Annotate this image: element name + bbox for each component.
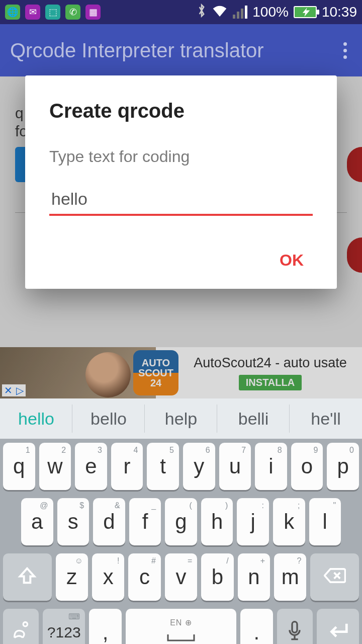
key-m[interactable]: ?m xyxy=(274,553,306,601)
key-z[interactable]: ☺z xyxy=(56,553,88,601)
key-row-1: 1q2w3e4r5t6y7u8i9o0p xyxy=(0,439,362,494)
ad-app-logo: AUTO SCOUT 24 xyxy=(133,350,178,395)
app-bar: Qrcode Interpreter translator xyxy=(0,24,362,76)
key-e[interactable]: 3e xyxy=(75,443,107,490)
suggestion-5[interactable]: he'll xyxy=(290,398,362,439)
key-i[interactable]: 8i xyxy=(255,443,287,490)
backspace-icon xyxy=(324,567,346,588)
svg-point-0 xyxy=(23,622,27,626)
key-x[interactable]: !x xyxy=(92,553,124,601)
key-q[interactable]: 1q xyxy=(3,443,35,490)
swipe-settings-key[interactable] xyxy=(3,609,39,644)
shift-key[interactable] xyxy=(3,553,52,601)
notif-icon-2: ✉ xyxy=(25,5,40,20)
notif-icon-5: ▦ xyxy=(85,5,101,20)
ok-button[interactable]: OK xyxy=(270,246,313,275)
signal-icon xyxy=(233,6,247,19)
key-c[interactable]: #c xyxy=(128,553,160,601)
comma-key[interactable]: , xyxy=(89,609,122,644)
key-y[interactable]: 6y xyxy=(183,443,215,490)
key-b[interactable]: /b xyxy=(201,553,233,601)
notif-icon-4: ✆ xyxy=(65,5,80,20)
battery-icon xyxy=(294,6,317,18)
overflow-menu-button[interactable] xyxy=(338,37,352,64)
key-a[interactable]: @a xyxy=(21,498,53,545)
key-u[interactable]: 7u xyxy=(219,443,251,490)
key-r[interactable]: 4r xyxy=(111,443,143,490)
numeric-key[interactable]: ⌨ ?123 xyxy=(43,609,85,644)
key-o[interactable]: 9o xyxy=(291,443,323,490)
key-row-2: @a$s&d_f(g)h:j;k"l xyxy=(0,494,362,549)
key-j[interactable]: :j xyxy=(237,498,269,545)
shift-icon xyxy=(18,566,37,589)
ad-title: AutoScout24 - auto usate xyxy=(194,355,347,371)
notif-icon-3: ⬚ xyxy=(45,5,60,20)
swipe-icon xyxy=(11,621,31,645)
dialog-title: Create qrcode xyxy=(49,100,313,122)
enter-key[interactable] xyxy=(317,609,359,644)
backspace-key[interactable] xyxy=(310,553,359,601)
clock: 10:39 xyxy=(322,4,357,20)
key-l[interactable]: "l xyxy=(309,498,341,545)
ad-choices-icon[interactable]: ▷ xyxy=(14,384,26,396)
key-n[interactable]: +n xyxy=(238,553,270,601)
notif-icon-1: 🌐 xyxy=(5,5,20,20)
key-row-4: ⌨ ?123 , EN ⊕ . xyxy=(0,605,362,644)
qrcode-text-input[interactable] xyxy=(49,186,313,216)
ad-install-button[interactable]: INSTALLA xyxy=(239,375,302,390)
suggestion-3[interactable]: help xyxy=(145,398,217,439)
key-row-3: ☺z!x#c=v/b+n?m xyxy=(0,549,362,605)
ad-banner[interactable]: ✕ ▷ AUTO SCOUT 24 AutoScout24 - auto usa… xyxy=(0,347,362,398)
battery-pct: 100% xyxy=(252,4,289,20)
dialog-label: Type text for coding xyxy=(49,147,313,166)
ad-close-icon[interactable]: ✕ xyxy=(2,384,15,396)
voice-input-key[interactable] xyxy=(277,609,313,644)
bluetooth-icon xyxy=(197,4,207,21)
status-notification-icons: 🌐 ✉ ⬚ ✆ ▦ xyxy=(5,5,101,20)
enter-icon xyxy=(327,622,349,643)
key-v[interactable]: =v xyxy=(165,553,197,601)
soft-keyboard: hello bello help belli he'll 1q2w3e4r5t6… xyxy=(0,398,362,644)
key-d[interactable]: &d xyxy=(93,498,125,545)
key-h[interactable]: )h xyxy=(201,498,233,545)
period-key[interactable]: . xyxy=(240,609,273,644)
key-g[interactable]: (g xyxy=(165,498,197,545)
wifi-icon xyxy=(212,4,228,21)
status-bar: 🌐 ✉ ⬚ ✆ ▦ 100% 10:39 xyxy=(0,0,362,24)
background-fab-1 xyxy=(347,147,362,182)
suggestion-bar: hello bello help belli he'll xyxy=(0,398,362,439)
key-t[interactable]: 5t xyxy=(147,443,179,490)
suggestion-4[interactable]: belli xyxy=(217,398,290,439)
svg-rect-1 xyxy=(292,621,297,632)
key-f[interactable]: _f xyxy=(129,498,161,545)
suggestion-2[interactable]: bello xyxy=(72,398,145,439)
space-key[interactable]: EN ⊕ xyxy=(126,609,236,644)
ad-image: ✕ ▷ xyxy=(0,347,156,398)
key-s[interactable]: $s xyxy=(57,498,89,545)
create-qrcode-dialog: Create qrcode Type text for coding OK xyxy=(25,75,337,289)
space-bar-icon xyxy=(166,630,196,644)
key-k[interactable]: ;k xyxy=(273,498,305,545)
status-system-icons: 100% 10:39 xyxy=(197,4,357,21)
key-w[interactable]: 2w xyxy=(39,443,71,490)
suggestion-1[interactable]: hello xyxy=(0,398,72,439)
key-p[interactable]: 0p xyxy=(327,443,359,490)
app-title: Qrcode Interpreter translator xyxy=(10,39,264,62)
background-fab-2 xyxy=(347,237,362,273)
microphone-icon xyxy=(287,621,302,645)
